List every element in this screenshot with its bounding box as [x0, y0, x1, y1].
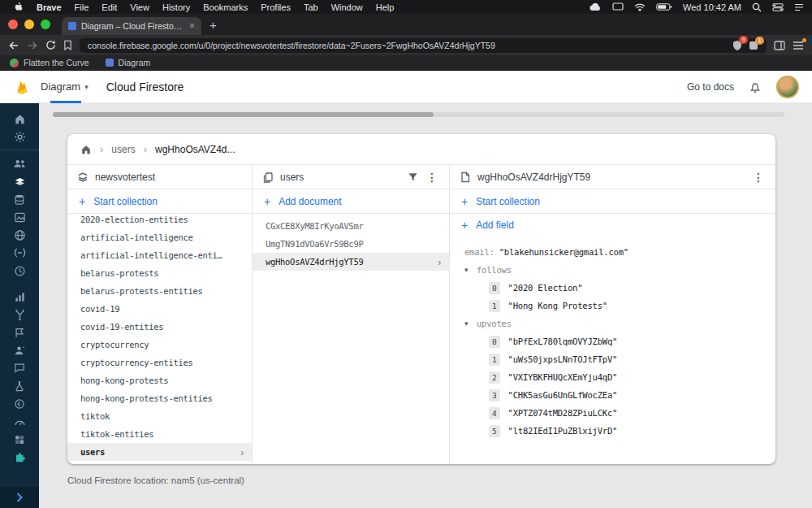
home-icon[interactable]	[80, 144, 92, 155]
array-item[interactable]: 5 "lt82IEdI1PuZBlxijVrD"	[464, 422, 766, 440]
bookmark-flatten-the-curve[interactable]: Flatten the Curve	[10, 58, 89, 67]
filter-icon[interactable]	[408, 172, 418, 182]
analytics-icon[interactable]	[0, 288, 39, 306]
project-selector[interactable]: Diagram ▾	[41, 80, 89, 93]
array-item[interactable]: 2 "VXIYBKFHUQcXEmYju4qD"	[464, 368, 766, 386]
array-item[interactable]: 3 "CHK5asGu6UnGLfWocZEa"	[464, 386, 766, 404]
menu-bookmarks[interactable]: Bookmarks	[197, 2, 254, 12]
collection-row[interactable]: hong-kong-protests-entities	[67, 389, 252, 407]
horizontal-scrollbar[interactable]	[53, 112, 784, 117]
extensions-icon[interactable]	[0, 449, 39, 467]
collection-row[interactable]: cryptocurrency-entities	[67, 354, 252, 371]
collection-row[interactable]: artificial-intelligence	[67, 228, 252, 246]
scrollbar-thumb[interactable]	[53, 112, 434, 117]
address-bar[interactable]: console.firebase.google.com/u/0/project/…	[80, 38, 767, 53]
realtime-database-icon[interactable]	[0, 190, 39, 208]
menu-view[interactable]: View	[123, 2, 156, 12]
collection-row[interactable]: covid-19	[67, 300, 252, 318]
project-settings-gear-icon[interactable]	[0, 128, 39, 145]
control-center-icon[interactable]	[772, 3, 784, 11]
field-email[interactable]: email: "blakehunsicker@gmail.com"	[464, 243, 766, 261]
array-item[interactable]: 1 "Hong Kong Protests"	[464, 297, 766, 315]
collection-row[interactable]: belarus-protests-entities	[67, 282, 252, 300]
document-row[interactable]: UmgTN91dVOa6Vr59Bc9P	[253, 235, 449, 253]
project-home-icon[interactable]	[0, 110, 39, 128]
in-app-messaging-icon[interactable]	[0, 359, 39, 377]
audiences-icon[interactable]	[0, 341, 39, 359]
firebase-logo-icon[interactable]	[13, 78, 31, 96]
crashlytics-icon[interactable]	[0, 395, 39, 413]
menu-tab[interactable]: Tab	[297, 2, 325, 12]
test-lab-flask-icon[interactable]	[0, 377, 39, 395]
bookmark-diagram[interactable]: Diagram	[106, 58, 151, 67]
hosting-globe-icon[interactable]	[0, 226, 39, 244]
collection-row[interactable]: hong-kong-protests	[67, 371, 252, 389]
cloud-status-icon[interactable]	[589, 2, 602, 11]
menu-window[interactable]: Window	[325, 2, 369, 12]
caret-down-icon[interactable]: ▾	[464, 319, 477, 328]
collection-row[interactable]: tiktok-entities	[67, 425, 252, 443]
start-collection-button[interactable]: + Start collection	[67, 189, 252, 214]
ab-testing-flag-icon[interactable]	[0, 323, 39, 341]
collection-row[interactable]: covid-19-entities	[67, 318, 252, 336]
notifications-bell-icon[interactable]	[749, 80, 762, 93]
kebab-menu-icon[interactable]: ⋮	[425, 171, 439, 184]
array-item[interactable]: 0 "bPfExL780lqmOVYJZbWq"	[464, 332, 766, 350]
back-button[interactable]	[8, 40, 19, 51]
menu-edit[interactable]: Edit	[95, 2, 123, 12]
menu-file[interactable]: File	[68, 2, 96, 12]
collection-row[interactable]: tiktok	[67, 407, 252, 425]
wifi-icon[interactable]	[634, 3, 646, 11]
firestore-icon-active[interactable]	[0, 172, 39, 190]
authentication-icon[interactable]	[0, 154, 39, 172]
add-field-button[interactable]: + Add field	[450, 214, 775, 237]
new-tab-button[interactable]: +	[209, 14, 217, 35]
start-subcollection-button[interactable]: + Start collection	[450, 189, 775, 214]
collection-row[interactable]: artificial-intelligence-enti…	[67, 246, 252, 264]
array-item[interactable]: 0 "2020 Election"	[464, 279, 766, 297]
predictions-icon[interactable]	[0, 306, 39, 323]
field-group-upvotes[interactable]: ▾ upvotes	[464, 315, 766, 332]
machine-learning-icon[interactable]	[0, 262, 39, 280]
bookmark-sidebar-icon[interactable]	[63, 40, 72, 50]
tab-close-icon[interactable]: ×	[189, 21, 195, 31]
array-item[interactable]: 1 "uWs50jxpsLNnTOJtFTpV"	[464, 350, 766, 368]
reload-button[interactable]	[45, 40, 56, 50]
caret-down-icon[interactable]: ▾	[464, 266, 477, 274]
spotlight-search-icon[interactable]	[752, 2, 762, 12]
sidebar-expand-button[interactable]	[0, 487, 39, 508]
menu-history[interactable]: History	[156, 2, 197, 12]
collection-row[interactable]: cryptocurrency	[67, 336, 252, 354]
breadcrumb-users[interactable]: users	[111, 144, 135, 155]
kebab-menu-icon[interactable]: ⋮	[751, 171, 766, 184]
document-row[interactable]: CGxCE8XyM8IrKyoAVSmr	[253, 217, 449, 235]
collection-row-selected[interactable]: users ›	[67, 443, 252, 461]
sidebar-toggle-icon[interactable]	[774, 41, 785, 50]
menubar-app-name[interactable]: Brave	[30, 2, 68, 12]
apple-menu-icon[interactable]	[8, 2, 30, 12]
go-to-docs-link[interactable]: Go to docs	[687, 81, 734, 93]
menu-profiles[interactable]: Profiles	[254, 2, 297, 12]
brave-shield-icon[interactable]: 9	[732, 40, 742, 51]
window-minimize-button[interactable]	[24, 20, 34, 29]
account-avatar[interactable]	[776, 76, 799, 98]
app-distribution-icon[interactable]	[0, 431, 39, 449]
array-item[interactable]: 4 "XPTZ074tMD28ZPiuLCKc"	[464, 404, 766, 422]
document-row-selected[interactable]: wgHhoOsAVZ4drHjgYT59 ›	[253, 253, 449, 271]
add-document-button[interactable]: + Add document	[253, 189, 449, 214]
browser-menu-icon[interactable]	[793, 41, 804, 50]
storage-icon[interactable]	[0, 208, 39, 226]
field-group-follows[interactable]: ▾ follows	[464, 261, 766, 279]
window-zoom-button[interactable]	[41, 20, 50, 29]
display-status-icon[interactable]	[612, 2, 624, 11]
collection-row[interactable]: 2020-election-entities	[67, 214, 252, 228]
notification-list-icon[interactable]	[794, 3, 804, 11]
window-close-button[interactable]	[8, 20, 18, 29]
forward-button[interactable]	[27, 40, 38, 51]
functions-icon[interactable]	[0, 244, 39, 262]
menu-help[interactable]: Help	[369, 2, 401, 12]
menubar-clock[interactable]: Wed 10:42 AM	[683, 2, 741, 12]
performance-icon[interactable]	[0, 413, 39, 431]
battery-icon[interactable]	[656, 3, 672, 11]
browser-tab[interactable]: Diagram – Cloud Firestore – Fire ×	[62, 17, 201, 35]
